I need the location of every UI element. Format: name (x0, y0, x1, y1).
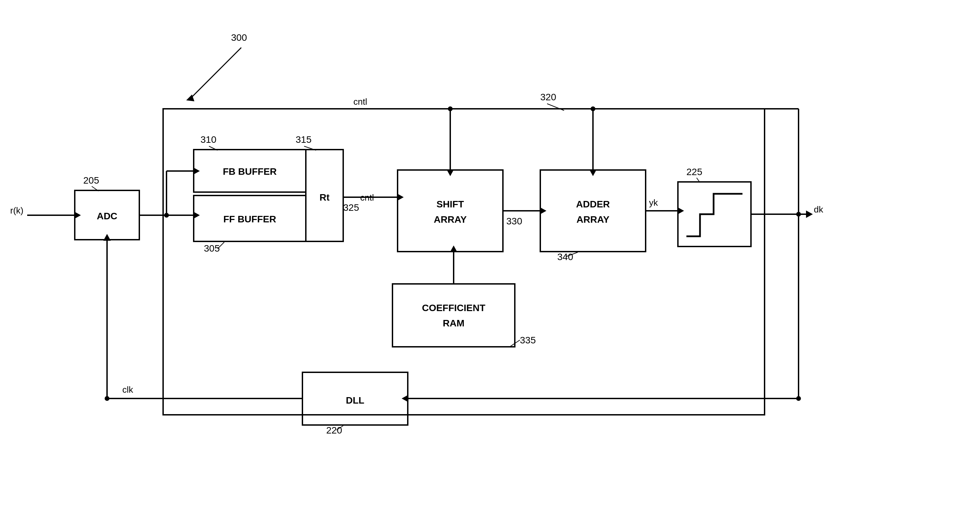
coeff-ram-label2: RAM (443, 318, 465, 328)
ref-330-label: 330 (506, 216, 522, 226)
shift-array-block (398, 170, 503, 252)
cntl-label2: cntl (360, 193, 374, 202)
slicer-symbol (686, 194, 743, 236)
adc-fb-arrow (193, 167, 200, 175)
dll-clk-arrow (103, 234, 111, 241)
diagram-container: ADC FB BUFFER FF BUFFER Rt SHIFT ARRAY C… (0, 0, 980, 510)
ref-220: 220 (326, 425, 342, 435)
ref-310: 310 (200, 134, 216, 145)
shift-to-adder-arrow (539, 207, 546, 215)
ref-300: 300 (231, 32, 247, 43)
junction-adc-mid (164, 213, 169, 218)
ref-320-label: 320 (540, 92, 556, 102)
rt-label: Rt (320, 192, 329, 202)
rk-arrow (74, 212, 81, 219)
rt-to-shift-arrow (397, 193, 404, 201)
ref-325: 325 (343, 202, 359, 213)
rk-label: r(k) (10, 206, 24, 215)
junction-top-adder (590, 107, 595, 111)
ref-225: 225 (686, 167, 702, 177)
clk-label: clk (123, 384, 134, 395)
ref-340: 340 (557, 252, 573, 262)
circuit-diagram: ADC FB BUFFER FF BUFFER Rt SHIFT ARRAY C… (0, 0, 980, 510)
adder-array-block (540, 170, 646, 252)
shift-array-label2: ARRAY (434, 214, 467, 225)
dll-label: DLL (346, 395, 364, 406)
shift-array-label1: SHIFT (437, 199, 464, 209)
ref-205: 205 (83, 175, 99, 186)
cntl-to-adder-arrow (589, 169, 597, 176)
cntl-label1: cntl (353, 97, 367, 107)
dk-label: dk (814, 204, 823, 215)
ref-315: 315 (296, 134, 312, 145)
cntl-to-shift-arrow (447, 169, 454, 176)
junction-dll-in (796, 396, 801, 401)
adder-array-label1: ADDER (576, 199, 610, 209)
adder-array-label2: ARRAY (577, 214, 609, 225)
adder-to-slicer-arrow (677, 207, 684, 215)
slicer-output-arrow (806, 210, 813, 218)
ref-305: 305 (204, 243, 220, 253)
junction-slicer-out (796, 212, 801, 217)
ff-buffer-label: FF BUFFER (223, 214, 276, 225)
coeff-to-shift-arrow (450, 245, 457, 252)
adc-to-ff-arrow (193, 212, 200, 219)
junction-top-shift (448, 107, 453, 111)
adc-label: ADC (97, 211, 118, 222)
svg-rect-0 (163, 109, 765, 415)
junction-clk (105, 396, 110, 401)
coeff-ram-label1: COEFFICIENT (422, 303, 485, 313)
dll-input-arrow (402, 395, 409, 402)
coeff-ram-block (393, 284, 515, 347)
ref-300-line (190, 48, 241, 99)
fb-buffer-label: FB BUFFER (223, 166, 277, 177)
yk-label: yk (649, 198, 658, 208)
ref-335: 335 (520, 335, 536, 346)
